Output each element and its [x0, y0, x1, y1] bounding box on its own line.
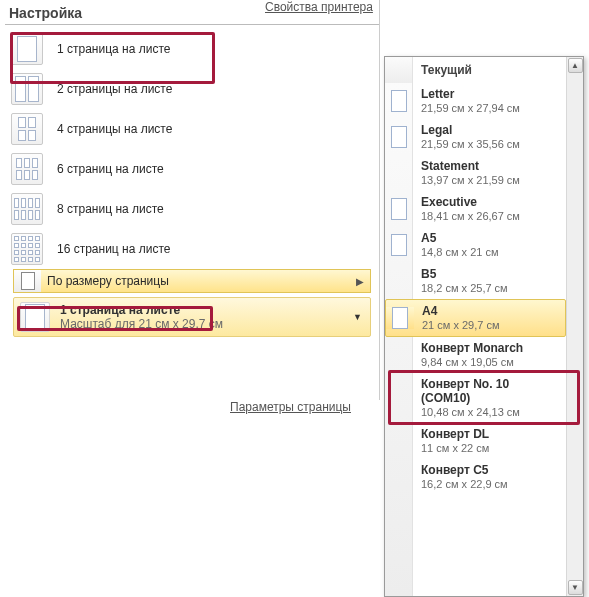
selected-title: 1 страница на листе	[60, 303, 223, 317]
paper-size-item[interactable]: Конверт No. 10 (COM10)10,48 см x 24,13 с…	[385, 373, 566, 423]
paper-icon	[385, 198, 413, 220]
pages-per-sheet-16[interactable]: 16 страниц на листе	[5, 229, 379, 269]
paper-size-item[interactable]: Конверт Monarch9,84 см x 19,05 см	[385, 337, 566, 373]
paper-name: Statement	[421, 159, 520, 173]
paper-name: Legal	[421, 123, 520, 137]
divider	[5, 24, 379, 25]
page-fit-icon	[21, 272, 35, 290]
paper-dimensions: 18,2 см x 25,7 см	[421, 281, 508, 295]
paper-size-list: Letter21,59 см x 27,94 смLegal21,59 см x…	[385, 83, 566, 596]
paper-size-flyout: Текущий Letter21,59 см x 27,94 смLegal21…	[384, 56, 584, 597]
paper-icon	[385, 126, 413, 148]
page-settings-link[interactable]: Параметры страницы	[230, 400, 351, 414]
option-label: 1 страница на листе	[57, 42, 170, 56]
scrollbar[interactable]: ▲ ▼	[566, 57, 583, 596]
paper-icon	[385, 234, 413, 256]
option-label: 4 страницы на листе	[57, 122, 172, 136]
paper-dimensions: 21,59 см x 35,56 см	[421, 137, 520, 151]
paper-size-item[interactable]: B518,2 см x 25,7 см	[385, 263, 566, 299]
paper-icon	[386, 307, 414, 329]
paper-size-item[interactable]: Конверт DL11 см x 22 см	[385, 423, 566, 459]
paper-size-item[interactable]: Statement13,97 см x 21,59 см	[385, 155, 566, 191]
page-icon-2	[11, 73, 43, 105]
paper-name: Executive	[421, 195, 520, 209]
paper-name: A5	[421, 231, 499, 245]
paper-size-item[interactable]: Конверт C516,2 см x 22,9 см	[385, 459, 566, 495]
page-icon-16	[11, 233, 43, 265]
paper-name: Конверт Monarch	[421, 341, 523, 355]
paper-dimensions: 13,97 см x 21,59 см	[421, 173, 520, 187]
settings-header: Настройка	[5, 5, 379, 24]
paper-dimensions: 18,41 см x 26,67 см	[421, 209, 520, 223]
settings-panel: Настройка 1 страница на листе 2 страницы…	[5, 0, 380, 400]
paper-dimensions: 14,8 см x 21 см	[421, 245, 499, 259]
paper-dimensions: 10,48 см x 24,13 см	[421, 405, 560, 419]
pages-per-sheet-1[interactable]: 1 страница на листе	[5, 29, 379, 69]
submenu-arrow-icon: ▶	[356, 276, 364, 287]
page-icon-1	[11, 33, 43, 65]
submenu-label: По размеру страницы	[47, 274, 169, 288]
paper-size-item[interactable]: Letter21,59 см x 27,94 см	[385, 83, 566, 119]
page-icon-8	[11, 193, 43, 225]
option-label: 8 страниц на листе	[57, 202, 164, 216]
paper-dimensions: 9,84 см x 19,05 см	[421, 355, 523, 369]
paper-dimensions: 21 см x 29,7 см	[422, 318, 500, 332]
pages-per-sheet-6[interactable]: 6 страниц на листе	[5, 149, 379, 189]
paper-size-item[interactable]: Legal21,59 см x 35,56 см	[385, 119, 566, 155]
paper-icon	[385, 90, 413, 112]
option-label: 16 страниц на листе	[57, 242, 170, 256]
dropdown-caret-icon: ▼	[353, 312, 362, 322]
paper-name: B5	[421, 267, 508, 281]
pages-per-sheet-8[interactable]: 8 страниц на листе	[5, 189, 379, 229]
paper-name: Letter	[421, 87, 520, 101]
page-icon-selected	[20, 302, 50, 332]
paper-name: Конверт C5	[421, 463, 508, 477]
scroll-up-button[interactable]: ▲	[568, 58, 583, 73]
scale-to-paper-size-menu[interactable]: По размеру страницы ▶	[13, 269, 371, 293]
pages-per-sheet-2[interactable]: 2 страницы на листе	[5, 69, 379, 109]
paper-name: A4	[422, 304, 500, 318]
flyout-header: Текущий	[413, 57, 480, 83]
pages-per-sheet-4[interactable]: 4 страницы на листе	[5, 109, 379, 149]
paper-dimensions: 21,59 см x 27,94 см	[421, 101, 520, 115]
paper-dimensions: 16,2 см x 22,9 см	[421, 477, 508, 491]
paper-size-item[interactable]: A514,8 см x 21 см	[385, 227, 566, 263]
scroll-down-button[interactable]: ▼	[568, 580, 583, 595]
selected-subtitle: Масштаб для 21 см x 29,7 см	[60, 317, 223, 331]
page-icon-6	[11, 153, 43, 185]
option-label: 6 страниц на листе	[57, 162, 164, 176]
current-pages-per-sheet-dropdown[interactable]: 1 страница на листе Масштаб для 21 см x …	[13, 297, 371, 337]
paper-dimensions: 11 см x 22 см	[421, 441, 489, 455]
paper-name: Конверт No. 10 (COM10)	[421, 377, 560, 405]
paper-size-item[interactable]: A421 см x 29,7 см	[385, 299, 566, 337]
page-icon-4	[11, 113, 43, 145]
option-label: 2 страницы на листе	[57, 82, 172, 96]
paper-name: Конверт DL	[421, 427, 489, 441]
paper-size-item[interactable]: Executive18,41 см x 26,67 см	[385, 191, 566, 227]
